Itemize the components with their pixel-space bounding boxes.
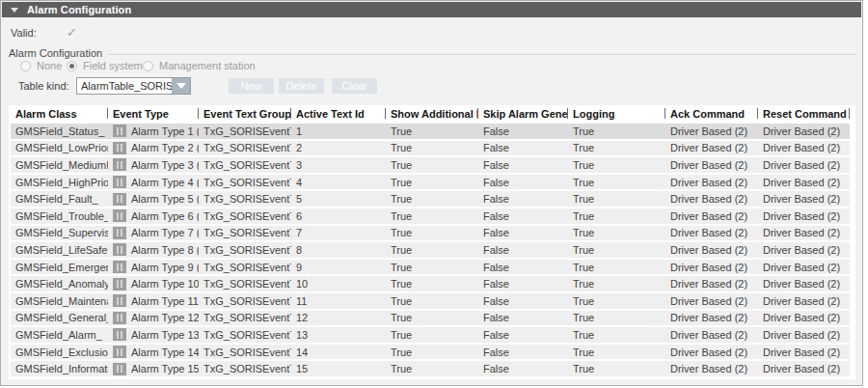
- cell-ack-command[interactable]: Driver Based (2): [665, 275, 758, 292]
- cell-ack-command[interactable]: Driver Based (2): [665, 241, 758, 259]
- cell-logging[interactable]: True: [568, 174, 665, 191]
- cell-skip-alarm-generation[interactable]: False: [478, 292, 568, 310]
- cell-reset-command[interactable]: Driver Based (2): [758, 259, 850, 276]
- radio-field-system[interactable]: Field system: [67, 60, 143, 71]
- column-header-alarm-class[interactable]: Alarm Class: [11, 105, 108, 124]
- cell-show-additional-info[interactable]: True: [386, 190, 478, 208]
- cell-active-text-id[interactable]: 11: [291, 292, 386, 310]
- cell-reset-command[interactable]: Driver Based (2): [758, 241, 850, 259]
- table-row[interactable]: GMSField_Alarm_ Alarm Type 13 (13) TxG_S…: [11, 326, 850, 344]
- column-header-active-text-id[interactable]: Active Text Id: [291, 105, 386, 124]
- cell-event-text-group[interactable]: TxG_SORISEventText: [199, 156, 291, 174]
- cell-skip-alarm-generation[interactable]: False: [478, 190, 568, 208]
- cell-logging[interactable]: True: [568, 225, 665, 242]
- cell-skip-alarm-generation[interactable]: False: [478, 174, 568, 191]
- table-row[interactable]: GMSField_Anomaly_ Alarm Type 10 (10) TxG…: [11, 275, 850, 292]
- cell-alarm-class[interactable]: GMSField_HighPriority.: [11, 174, 108, 191]
- column-divider[interactable]: [849, 108, 850, 119]
- column-header-reset-command[interactable]: Reset Command: [758, 105, 850, 124]
- collapse-triangle-icon[interactable]: [11, 8, 18, 13]
- cell-reset-command[interactable]: Driver Based (2): [758, 225, 850, 242]
- cell-event-text-group[interactable]: TxG_SORISEventText: [199, 190, 291, 208]
- cell-skip-alarm-generation[interactable]: False: [478, 241, 568, 259]
- cell-alarm-class[interactable]: GMSField_Exclusion_: [11, 344, 108, 361]
- cell-logging[interactable]: True: [568, 275, 665, 292]
- cell-event-type[interactable]: Alarm Type 10 (10): [108, 275, 199, 292]
- cell-reset-command[interactable]: Driver Based (2): [758, 174, 850, 191]
- alarm-type-pause-icon[interactable]: [113, 193, 126, 206]
- cell-reset-command[interactable]: Driver Based (2): [758, 156, 850, 174]
- cell-event-type[interactable]: Alarm Type 5 (5): [108, 190, 199, 208]
- cell-active-text-id[interactable]: 3: [291, 156, 386, 174]
- cell-skip-alarm-generation[interactable]: False: [478, 156, 568, 174]
- cell-logging[interactable]: True: [568, 344, 665, 361]
- cell-reset-command[interactable]: Driver Based (2): [758, 124, 850, 140]
- cell-event-type[interactable]: Alarm Type 1 (1): [108, 124, 199, 140]
- cell-event-type[interactable]: Alarm Type 6 (6): [108, 208, 199, 225]
- alarm-type-pause-icon[interactable]: [113, 176, 126, 188]
- cell-active-text-id[interactable]: 14: [291, 344, 386, 361]
- alarm-type-pause-icon[interactable]: [113, 227, 126, 239]
- alarm-type-pause-icon[interactable]: [113, 363, 126, 375]
- radio-none-circle-icon[interactable]: [20, 61, 31, 71]
- cell-alarm-class[interactable]: GMSField_Trouble_: [11, 208, 108, 225]
- cell-active-text-id[interactable]: 8: [291, 241, 386, 259]
- cell-active-text-id[interactable]: 2: [291, 140, 386, 157]
- cell-show-additional-info[interactable]: True: [386, 275, 478, 292]
- radio-management-station[interactable]: Management station: [143, 60, 256, 71]
- cell-skip-alarm-generation[interactable]: False: [478, 326, 568, 344]
- cell-event-type[interactable]: Alarm Type 7 (7): [108, 225, 199, 242]
- cell-event-type[interactable]: Alarm Type 8 (8): [108, 241, 199, 259]
- cell-active-text-id[interactable]: 12: [291, 310, 386, 327]
- cell-active-text-id[interactable]: 1: [291, 124, 386, 140]
- cell-logging[interactable]: True: [568, 360, 665, 377]
- cell-event-type[interactable]: Alarm Type 4 (4): [108, 174, 199, 191]
- table-row[interactable]: GMSField_Emergency_ Alarm Type 9 (9) TxG…: [11, 259, 850, 276]
- cell-event-type[interactable]: Alarm Type 12 (12): [108, 310, 199, 327]
- panel-titlebar[interactable]: Alarm Configuration: [2, 2, 861, 17]
- cell-event-text-group[interactable]: TxG_SORISEventText: [199, 310, 291, 327]
- cell-logging[interactable]: True: [568, 310, 665, 327]
- cell-reset-command[interactable]: Driver Based (2): [758, 208, 850, 225]
- cell-active-text-id[interactable]: 10: [291, 275, 386, 292]
- cell-show-additional-info[interactable]: True: [386, 292, 478, 310]
- cell-skip-alarm-generation[interactable]: False: [478, 275, 568, 292]
- cell-skip-alarm-generation[interactable]: False: [478, 259, 568, 276]
- cell-skip-alarm-generation[interactable]: False: [478, 225, 568, 242]
- cell-show-additional-info[interactable]: True: [386, 225, 478, 242]
- cell-alarm-class[interactable]: GMSField_Alarm_: [11, 326, 108, 344]
- cell-event-text-group[interactable]: TxG_SORISEventText: [199, 360, 291, 377]
- cell-event-type[interactable]: Alarm Type 11 (11): [108, 292, 199, 310]
- cell-show-additional-info[interactable]: True: [386, 241, 478, 259]
- cell-active-text-id[interactable]: 4: [291, 174, 386, 191]
- cell-skip-alarm-generation[interactable]: False: [478, 360, 568, 377]
- cell-show-additional-info[interactable]: True: [386, 344, 478, 361]
- cell-alarm-class[interactable]: GMSField_Fault_: [11, 190, 108, 208]
- cell-event-text-group[interactable]: TxG_SORISEventText: [199, 225, 291, 242]
- cell-reset-command[interactable]: Driver Based (2): [758, 310, 850, 327]
- valid-checkmark-icon[interactable]: ✓: [67, 25, 77, 40]
- cell-skip-alarm-generation[interactable]: False: [478, 310, 568, 327]
- cell-skip-alarm-generation[interactable]: False: [478, 344, 568, 361]
- cell-reset-command[interactable]: Driver Based (2): [758, 360, 850, 377]
- cell-logging[interactable]: True: [568, 208, 665, 225]
- radio-management-station-circle-icon[interactable]: [143, 61, 153, 71]
- cell-event-text-group[interactable]: TxG_SORISEventText: [199, 259, 291, 276]
- cell-reset-command[interactable]: Driver Based (2): [758, 275, 850, 292]
- table-row[interactable]: GMSField_Fault_ Alarm Type 5 (5) TxG_SOR…: [11, 190, 850, 208]
- cell-event-text-group[interactable]: TxG_SORISEventText: [199, 174, 291, 191]
- table-kind-dropdown[interactable]: AlarmTable_SORIS: [76, 77, 191, 95]
- cell-event-type[interactable]: Alarm Type 3 (3): [108, 156, 199, 174]
- cell-reset-command[interactable]: Driver Based (2): [758, 140, 850, 157]
- cell-active-text-id[interactable]: 13: [291, 326, 386, 344]
- cell-event-text-group[interactable]: TxG_SORISEventText: [199, 292, 291, 310]
- cell-show-additional-info[interactable]: True: [386, 156, 478, 174]
- cell-active-text-id[interactable]: 15: [291, 360, 386, 377]
- cell-skip-alarm-generation[interactable]: False: [478, 140, 568, 157]
- cell-ack-command[interactable]: Driver Based (2): [665, 190, 758, 208]
- alarm-type-pause-icon[interactable]: [113, 261, 126, 273]
- cell-reset-command[interactable]: Driver Based (2): [758, 190, 850, 208]
- column-header-skip-alarm-generation[interactable]: Skip Alarm Generation: [478, 105, 568, 124]
- new-button[interactable]: New: [229, 78, 274, 94]
- cell-show-additional-info[interactable]: True: [386, 259, 478, 276]
